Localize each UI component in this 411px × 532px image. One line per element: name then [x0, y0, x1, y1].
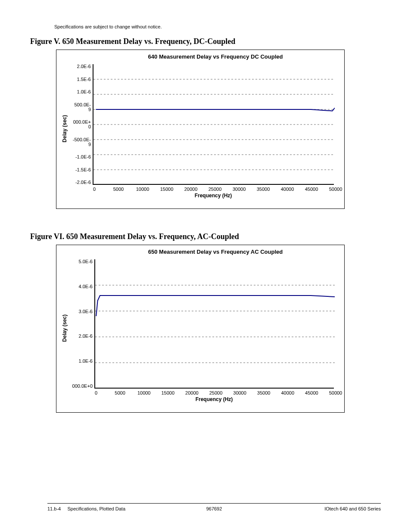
y-axis-label: Delay (sec)	[62, 314, 68, 342]
y-tick-label: 500.0E- 9	[68, 103, 91, 112]
y-tick-label: -1.0E-6	[68, 155, 91, 159]
y-tick-label: 1.0E-6	[68, 359, 93, 364]
disclaimer-text: Specifications are subject to change wit…	[54, 24, 381, 29]
y-tick-label: 000.0E+ 0	[68, 120, 91, 129]
x-tick-label: 30000	[230, 187, 248, 192]
x-tick-label: 0	[86, 187, 103, 192]
x-tick-label: 10000	[135, 390, 153, 395]
x-tick-label: 35000	[255, 390, 272, 395]
x-tick-label: 15000	[158, 187, 175, 192]
x-axis-label: Frequency (Hz)	[94, 396, 334, 402]
y-tick-label: 1.5E-6	[68, 77, 91, 82]
y-tick-label: 5.0E-6	[68, 259, 93, 264]
y-tick-label: 000.0E+0	[68, 384, 93, 389]
x-tick-label: 20000	[183, 390, 200, 395]
y-tick-label: 3.0E-6	[68, 309, 93, 314]
figure-vi-caption: Figure VI. 650 Measurement Delay vs. Fre…	[30, 232, 381, 241]
figure-v-caption: Figure V. 650 Measurement Delay vs. Freq…	[30, 37, 381, 46]
x-tick-label: 25000	[206, 187, 224, 192]
x-tick-label: 20000	[182, 187, 199, 192]
x-tick-label: 15000	[159, 390, 177, 395]
x-tick-label: 50000	[327, 390, 344, 395]
y-tick-label: -2.0E-6	[68, 180, 91, 185]
x-tick-label: 10000	[134, 187, 151, 192]
chart-title: 640 Measurement Delay vs Frequency DC Co…	[92, 53, 339, 60]
x-tick-label: 30000	[231, 390, 249, 395]
y-axis-label: Delay (sec)	[62, 115, 68, 142]
x-tick-label: 40000	[279, 390, 296, 395]
x-tick-label: 5000	[110, 187, 127, 192]
x-tick-label: 45000	[303, 390, 320, 395]
chart-svg	[93, 64, 335, 185]
x-tick-label: 5000	[112, 390, 129, 395]
page: Specifications are subject to change wit…	[0, 0, 411, 532]
x-tick-label: 0	[87, 390, 105, 395]
y-axis-ticks: 5.0E-64.0E-63.0E-62.0E-61.0E-6000.0E+0	[68, 259, 93, 389]
data-series-line	[96, 108, 335, 111]
y-tick-label: -1.5E-6	[68, 168, 91, 172]
x-tick-label: 50000	[327, 187, 344, 192]
footer-center: 967692	[47, 506, 381, 511]
y-tick-label: 1.0E-6	[68, 90, 91, 94]
chart-svg	[95, 259, 335, 389]
figure-vi-chart: 650 Measurement Delay vs Frequency AC Co…	[56, 245, 345, 413]
footer-rule	[47, 503, 381, 504]
plot-area	[94, 259, 334, 389]
x-axis-label: Frequency (Hz)	[93, 193, 334, 199]
figure-v-chart: 640 Measurement Delay vs Frequency DC Co…	[56, 50, 345, 209]
y-tick-label: 2.0E-6	[68, 334, 93, 339]
page-footer: 11.b-4 Specifications, Plotted Data 9676…	[47, 506, 381, 511]
x-tick-label: 35000	[255, 187, 272, 192]
chart-title: 650 Measurement Delay vs Frequency AC Co…	[92, 249, 339, 255]
x-tick-label: 45000	[303, 187, 320, 192]
x-tick-label: 40000	[279, 187, 296, 192]
y-axis-ticks: 2.0E-61.5E-61.0E-6500.0E- 9000.0E+ 0-500…	[68, 64, 91, 185]
x-tick-label: 25000	[207, 390, 224, 395]
y-tick-label: 2.0E-6	[68, 64, 91, 69]
data-series-line	[96, 296, 335, 316]
y-tick-label: -500.0E- 9	[68, 137, 91, 147]
y-tick-label: 4.0E-6	[68, 284, 93, 289]
plot-area	[93, 64, 334, 185]
